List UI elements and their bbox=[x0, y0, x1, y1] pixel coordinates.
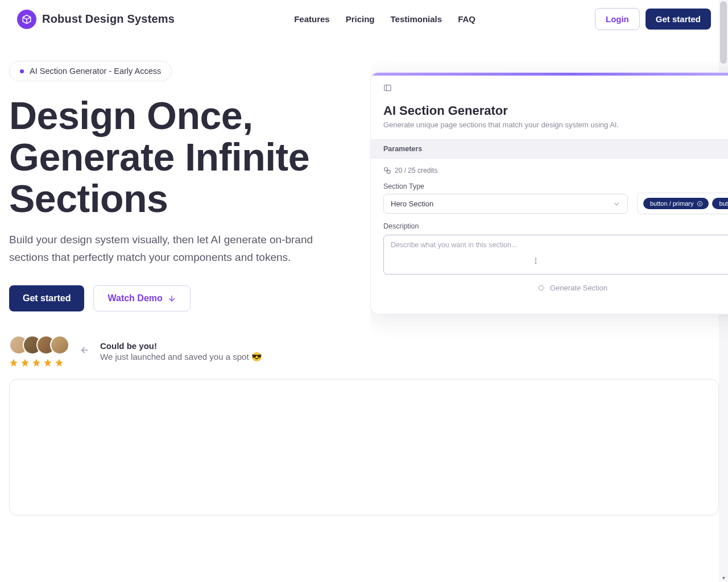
arrow-down-icon bbox=[167, 294, 176, 303]
text-cursor-icon bbox=[532, 257, 540, 267]
hero-section: AI Section Generator - Early Access Desi… bbox=[0, 38, 728, 368]
sidebar-toggle-icon[interactable] bbox=[383, 84, 392, 94]
star-icon bbox=[20, 358, 30, 367]
star-icon bbox=[9, 358, 18, 367]
hero-lead: Build your design system visually, then … bbox=[9, 231, 328, 266]
tag-label: but bbox=[719, 200, 727, 207]
tag-button-primary[interactable]: button / primary bbox=[643, 198, 709, 209]
chip-label: AI Section Generator - Early Access bbox=[30, 66, 161, 76]
login-button[interactable]: Login bbox=[595, 8, 640, 30]
social-sub: We just launched and saved you a spot 😎 bbox=[100, 352, 262, 362]
brand-logo[interactable]: Robust Design Systems bbox=[17, 10, 175, 29]
brand-name: Robust Design Systems bbox=[42, 13, 175, 26]
announcement-chip[interactable]: AI Section Generator - Early Access bbox=[9, 61, 172, 81]
tag-partial[interactable]: but bbox=[712, 198, 728, 209]
auth-actions: Login Get started bbox=[595, 8, 711, 30]
site-header: Robust Design Systems Features Pricing T… bbox=[0, 0, 728, 38]
hero-title: Design Once, Generate Infinite Sections bbox=[9, 95, 348, 219]
nav-features[interactable]: Features bbox=[294, 14, 330, 24]
avatar bbox=[50, 335, 69, 355]
star-icon bbox=[32, 358, 41, 367]
generate-label: Generate Section bbox=[550, 284, 607, 292]
svg-rect-0 bbox=[384, 85, 391, 91]
close-icon[interactable] bbox=[697, 201, 703, 207]
watch-demo-label: Watch Demo bbox=[107, 293, 162, 304]
svg-point-1 bbox=[384, 168, 388, 171]
description-placeholder: Describe what you want in this section..… bbox=[391, 241, 517, 249]
cube-icon bbox=[17, 10, 36, 29]
sparkles-icon bbox=[537, 284, 545, 292]
svg-point-2 bbox=[387, 170, 390, 173]
social-text: Could be you! We just launched and saved… bbox=[100, 341, 262, 362]
section-type-value: Hero Section bbox=[391, 199, 433, 208]
hero-preview: AI Section Generator Generate unique pag… bbox=[370, 61, 728, 368]
section-type-select[interactable]: Hero Section bbox=[383, 194, 628, 214]
avatar-stack bbox=[9, 335, 69, 355]
generate-section-button[interactable]: Generate Section bbox=[383, 275, 728, 301]
scrollbar-down-arrow[interactable]: ▾ bbox=[719, 573, 728, 582]
hero-copy: AI Section Generator - Early Access Desi… bbox=[9, 61, 348, 367]
nav-testimonials[interactable]: Testimonials bbox=[391, 14, 442, 24]
preview-subtitle: Generate unique page sections that match… bbox=[383, 120, 728, 129]
avatars-and-stars bbox=[9, 335, 69, 367]
credits-indicator: 20 / 25 credits bbox=[383, 167, 728, 174]
chip-dot-icon bbox=[20, 69, 24, 73]
primary-nav: Features Pricing Testimonials FAQ bbox=[188, 14, 581, 24]
hero-cta-row: Get started Watch Demo bbox=[9, 285, 348, 311]
preview-title: AI Section Generator bbox=[383, 103, 728, 118]
star-icon bbox=[55, 358, 64, 367]
chevron-down-icon bbox=[613, 200, 621, 208]
nav-faq[interactable]: FAQ bbox=[458, 14, 475, 24]
app-preview-panel: AI Section Generator Generate unique pag… bbox=[370, 72, 728, 314]
description-label: Description bbox=[383, 222, 728, 230]
coins-icon bbox=[383, 167, 391, 174]
description-input[interactable]: Describe what you want in this section..… bbox=[383, 235, 728, 275]
star-icon bbox=[43, 358, 52, 367]
get-started-button[interactable]: Get started bbox=[646, 9, 711, 30]
parameters-heading: Parameters bbox=[371, 139, 728, 159]
hero-get-started-button[interactable]: Get started bbox=[9, 285, 84, 311]
feature-card-placeholder bbox=[9, 379, 719, 516]
nav-pricing[interactable]: Pricing bbox=[346, 14, 375, 24]
social-title: Could be you! bbox=[100, 341, 262, 351]
tag-label: button / primary bbox=[650, 200, 693, 207]
watch-demo-button[interactable]: Watch Demo bbox=[93, 285, 190, 311]
section-type-label: Section Type bbox=[383, 182, 628, 190]
social-proof: Could be you! We just launched and saved… bbox=[9, 335, 348, 367]
star-rating bbox=[9, 358, 69, 367]
scrollbar-thumb[interactable] bbox=[720, 1, 727, 64]
components-tags[interactable]: button / primary but bbox=[637, 193, 728, 214]
arrow-left-icon bbox=[80, 345, 90, 357]
credits-text: 20 / 25 credits bbox=[395, 167, 437, 174]
